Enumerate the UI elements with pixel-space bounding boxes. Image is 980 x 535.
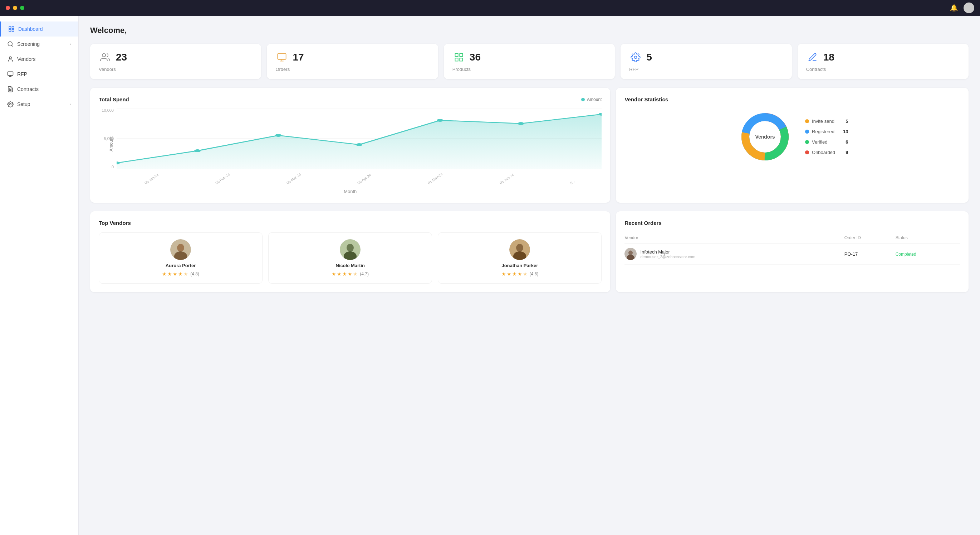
legend-verified: Verified 6 <box>805 139 848 145</box>
legend-onboarded: Onboarded 9 <box>805 150 848 155</box>
sidebar-item-contracts[interactable]: Contracts <box>0 81 78 97</box>
sidebar-item-label: Dashboard <box>18 26 43 32</box>
svg-point-47 <box>628 251 633 256</box>
sidebar-item-vendors[interactable]: Vendors <box>0 51 78 67</box>
recent-orders-title: Recent Orders <box>624 220 960 226</box>
order-id-cell: PO-17 <box>845 243 896 265</box>
dashboard-icon <box>8 26 15 32</box>
sidebar-item-label: Screening <box>17 41 40 47</box>
rfp-icon <box>7 71 14 77</box>
svg-rect-7 <box>8 72 13 75</box>
svg-point-13 <box>102 54 105 57</box>
notification-bell-icon[interactable]: 🔔 <box>950 4 958 12</box>
stat-card-contracts[interactable]: 18 Contracts <box>798 44 969 79</box>
x-axis-title: Month <box>99 189 601 194</box>
vendor-card-nicole[interactable]: Nicole Martin ★ ★ ★ ★ ★ (4.7) <box>268 232 432 284</box>
vendor-avatar-jonathan <box>509 239 530 260</box>
svg-rect-1 <box>12 27 14 28</box>
legend-label-invite: Invite send <box>812 118 834 124</box>
status-cell: Completed <box>896 243 960 265</box>
sidebar: Dashboard Screening › Vendors RFP Cont <box>0 16 79 535</box>
svg-point-26 <box>194 149 200 152</box>
svg-point-21 <box>635 56 637 59</box>
vendors-label: Vendors <box>99 67 253 72</box>
svg-rect-0 <box>9 27 11 28</box>
svg-point-28 <box>356 143 362 146</box>
svg-point-27 <box>275 134 282 137</box>
products-count: 36 <box>469 51 481 63</box>
close-button[interactable] <box>6 6 10 10</box>
status-badge: Completed <box>896 252 916 257</box>
spend-legend: Amount <box>581 97 601 102</box>
legend-label: Amount <box>587 97 601 102</box>
svg-rect-20 <box>460 58 463 61</box>
sidebar-item-rfp[interactable]: RFP <box>0 67 78 81</box>
legend-dot-onboarded <box>805 150 809 154</box>
legend-dot-verified <box>805 140 809 144</box>
contracts-icon <box>7 86 14 93</box>
svg-point-41 <box>347 244 354 252</box>
svg-point-6 <box>9 57 11 59</box>
stat-card-rfp[interactable]: 5 RFP <box>620 44 792 79</box>
svg-rect-3 <box>12 30 14 32</box>
yaxis-label-0: 0 <box>111 165 114 169</box>
yaxis: 10,000 5,000 0 <box>99 108 116 169</box>
col-status: Status <box>896 232 960 243</box>
donut-legend: Invite send 5 Registered 13 <box>805 118 848 155</box>
sidebar-item-setup[interactable]: Setup › <box>0 97 78 112</box>
vendor-cards-row: Aurora Porter ★ ★ ★ ★ ★ (4.8) <box>99 232 601 284</box>
stat-card-products[interactable]: 36 Products <box>444 44 615 79</box>
svg-point-30 <box>517 122 524 125</box>
orders-count: 17 <box>293 51 304 63</box>
sidebar-item-label: Setup <box>17 101 30 107</box>
orders-label: Orders <box>275 67 429 72</box>
charts-row: Total Spend Amount 10,000 5,000 0 Amount <box>90 88 969 203</box>
vendor-avatar-nicole <box>340 239 361 260</box>
legend-count-onboarded: 9 <box>846 150 848 155</box>
rfp-count: 5 <box>646 51 652 63</box>
area-chart: 10,000 5,000 0 Amount <box>99 108 601 180</box>
total-spend-card: Total Spend Amount 10,000 5,000 0 Amount <box>90 88 610 203</box>
svg-point-29 <box>437 119 443 122</box>
vendor-thumb <box>624 248 636 260</box>
legend-registered: Registered 13 <box>805 129 848 134</box>
products-label: Products <box>452 67 606 72</box>
yaxis-label-10000: 10,000 <box>102 108 114 112</box>
sidebar-item-label: RFP <box>17 71 27 77</box>
vendor-rating-aurora: (4.8) <box>190 271 199 276</box>
legend-dot-invite <box>805 119 809 123</box>
contracts-count: 18 <box>823 51 834 63</box>
donut-chart: Vendors <box>737 108 794 165</box>
vendor-card-jonathan[interactable]: Jonathan Parker ★ ★ ★ ★ ★ (4.6) <box>438 232 601 284</box>
vendor-name-nicole: Nicole Martin <box>336 263 365 268</box>
sidebar-item-screening[interactable]: Screening › <box>0 37 78 51</box>
vendor-email-cell: demouser_2@zohocreator.com <box>640 255 695 259</box>
sidebar-item-dashboard[interactable]: Dashboard <box>0 21 78 37</box>
legend-invite: Invite send 5 <box>805 118 848 124</box>
stat-card-vendors[interactable]: 23 Vendors <box>90 44 261 79</box>
svg-line-5 <box>11 45 13 46</box>
vendor-name-aurora: Aurora Porter <box>165 263 196 268</box>
vendor-card-aurora[interactable]: Aurora Porter ★ ★ ★ ★ ★ (4.8) <box>99 232 262 284</box>
legend-count-verified: 6 <box>846 139 848 145</box>
legend-count-invite: 5 <box>846 118 848 124</box>
svg-point-12 <box>10 104 11 105</box>
user-avatar[interactable] <box>964 3 974 13</box>
legend-count-registered: 13 <box>843 129 848 134</box>
sidebar-item-label: Contracts <box>17 86 39 92</box>
vendors-stat-icon <box>99 51 111 64</box>
vendor-name-jonathan: Jonathan Parker <box>501 263 538 268</box>
sidebar-item-label: Vendors <box>17 56 35 62</box>
donut-center-label: Vendors <box>755 134 775 140</box>
minimize-button[interactable] <box>13 6 17 10</box>
vendor-rating-nicole: (4.7) <box>360 271 369 276</box>
main-content: Welcome, 23 Vendors 17 <box>79 16 980 535</box>
stat-card-orders[interactable]: 17 Orders <box>267 44 438 79</box>
welcome-title: Welcome, <box>90 26 969 35</box>
vendors-count: 23 <box>116 51 127 63</box>
legend-label-registered: Registered <box>812 129 834 134</box>
legend-dot <box>581 98 585 101</box>
vendor-rating-jonathan: (4.6) <box>530 271 539 276</box>
svg-rect-2 <box>9 30 11 32</box>
maximize-button[interactable] <box>20 6 24 10</box>
